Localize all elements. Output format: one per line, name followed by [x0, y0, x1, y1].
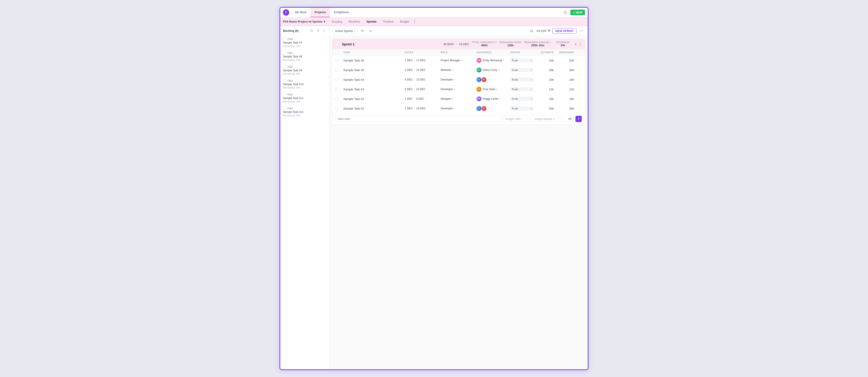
tab-workflow[interactable]: Workflow: [346, 19, 363, 24]
assignee-dropdown-icon[interactable]: ▾: [498, 69, 499, 71]
row-star-icon[interactable]: ☆: [580, 88, 582, 91]
task-star-icon[interactable]: ☆: [324, 37, 327, 41]
assign-people-select[interactable]: Assign people ▾: [532, 115, 558, 122]
table-row: Sample Task #2 1 DEC - 6 DEC Designer ▾ …: [332, 94, 585, 104]
task-star-icon[interactable]: ☆: [324, 93, 327, 96]
task-checkbox[interactable]: [283, 107, 286, 110]
col-estimate: ESTIMATE: [536, 49, 556, 56]
task-checkbox[interactable]: [283, 38, 286, 40]
assignee-name: Arthur Curry: [483, 68, 497, 72]
task-star-icon[interactable]: ☆: [324, 65, 327, 68]
row-checkbox-cell: [332, 75, 341, 84]
search-tasks-button[interactable]: [529, 28, 535, 34]
new-task-input[interactable]: [336, 115, 501, 122]
assignee-group: A B ▾: [476, 106, 504, 111]
tab-projects[interactable]: Projects: [310, 8, 330, 17]
row-star-icon[interactable]: ☆: [580, 59, 582, 62]
sprint-more-button[interactable]: ⋮: [578, 42, 582, 46]
role-select[interactable]: Marketer ▾: [440, 68, 471, 72]
filter-button[interactable]: FILTER: [537, 29, 551, 33]
new-button[interactable]: + NEW: [570, 10, 585, 15]
row-checkbox[interactable]: [335, 107, 338, 110]
global-search-button[interactable]: [562, 9, 568, 16]
sidebar-filter-button[interactable]: [315, 28, 320, 33]
sidebar-task-item: T560 ☆ Sample Task 7# Remaining: 10h: [280, 36, 329, 49]
row-star-icon[interactable]: ☆: [580, 107, 582, 110]
task-link[interactable]: Sample Task #2: [343, 97, 364, 101]
status-select[interactable]: To-do ▾: [510, 97, 534, 101]
export-button[interactable]: [368, 28, 374, 34]
avatar-1: A: [476, 106, 482, 111]
tab-budget[interactable]: Budget: [397, 19, 412, 24]
row-star-icon[interactable]: ☆: [580, 97, 582, 101]
new-sprint-button[interactable]: NEW SPRINT: [552, 28, 577, 34]
sidebar-task-header: T564 ☆: [283, 93, 327, 96]
tab-emily-demo[interactable]: EmilyDemo: [330, 8, 353, 17]
task-star-icon[interactable]: ☆: [324, 79, 327, 82]
status-select[interactable]: To-do ▾: [510, 106, 534, 110]
task-star-icon[interactable]: ☆: [324, 107, 327, 110]
role-select[interactable]: Designer ▾: [440, 97, 471, 100]
visibility-toggle-button[interactable]: [360, 28, 366, 34]
task-id: T565: [287, 107, 293, 110]
row-checkbox[interactable]: [335, 78, 338, 81]
date-start: 1 DEC: [405, 97, 412, 100]
task-star-icon[interactable]: ☆: [324, 51, 327, 55]
assignee-dropdown-icon[interactable]: ▾: [489, 107, 490, 110]
date-end: 13 DEC: [416, 78, 426, 81]
role-select[interactable]: Developer ▾: [440, 107, 471, 110]
task-id: T560: [287, 38, 293, 40]
assignee-dropdown-icon[interactable]: ▾: [496, 88, 497, 91]
status-label: To-do: [512, 98, 518, 100]
task-link[interactable]: Sample Task #3: [343, 88, 364, 91]
tab-scoping[interactable]: Scoping: [329, 19, 345, 24]
row-checkbox[interactable]: [335, 98, 338, 100]
row-star-cell: ☆: [577, 84, 585, 94]
role-select[interactable]: Developer ▾: [440, 78, 471, 81]
assign-role-select[interactable]: Assign role ▾: [503, 115, 530, 122]
sprint-filter-select[interactable]: Active Sprints ▾: [333, 28, 358, 34]
task-link[interactable]: Sample Task #5: [343, 68, 364, 72]
sidebar-collapse-button[interactable]: [322, 28, 327, 33]
status-select[interactable]: To-do ▾: [510, 78, 534, 81]
add-row-button[interactable]: +: [576, 116, 582, 122]
sprint-dates: 30 NOV - 13 DEC: [443, 42, 469, 46]
assignee-dropdown-icon[interactable]: ▾: [499, 98, 500, 100]
sprint-collapse-button[interactable]: ∧: [575, 42, 577, 46]
sprint-stat-remaining-work: REMAINING WORK 128h: [499, 41, 522, 47]
row-task-name: Sample Task #3: [341, 84, 402, 94]
remaining-value: 20h: [569, 59, 574, 62]
hours-input[interactable]: [560, 115, 574, 122]
row-checkbox[interactable]: [335, 59, 338, 62]
task-checkbox[interactable]: [283, 79, 286, 82]
role-select[interactable]: Project Manager ▾: [440, 59, 471, 62]
status-select[interactable]: To-do ▾: [510, 68, 534, 72]
task-link[interactable]: Sample Task #1: [343, 107, 364, 110]
tab-sprints[interactable]: Sprints: [364, 19, 379, 24]
task-checkbox[interactable]: [283, 52, 286, 54]
status-dropdown-icon: ▾: [531, 59, 532, 62]
sidebar-task-header: T563 ☆: [283, 79, 327, 82]
project-nav-more-button[interactable]: ⋮: [413, 20, 416, 24]
row-role: Designer ▾: [438, 94, 474, 104]
task-checkbox[interactable]: [283, 65, 286, 68]
sidebar-search-button[interactable]: [309, 28, 314, 33]
status-select[interactable]: To-do ▾: [510, 58, 534, 62]
status-select[interactable]: To-do ▾: [510, 87, 534, 91]
task-link[interactable]: Sample Task #6: [343, 59, 364, 62]
row-checkbox[interactable]: [335, 69, 338, 72]
collapse-all-button[interactable]: [578, 28, 585, 34]
task-name: Sample Task #8: [283, 55, 327, 58]
project-name[interactable]: P34 Demo Project w/ Sprints ▾: [283, 20, 325, 23]
row-star-icon[interactable]: ☆: [580, 78, 582, 81]
assignee-dropdown-icon[interactable]: ▾: [489, 78, 490, 81]
task-checkbox[interactable]: [283, 93, 286, 96]
task-link[interactable]: Sample Task #4: [343, 78, 364, 81]
role-select[interactable]: Developer ▾: [440, 88, 471, 91]
tab-timeline[interactable]: Timeline: [380, 19, 396, 24]
sprint-checkbox[interactable]: [336, 43, 338, 46]
assignee-dropdown-icon[interactable]: ▾: [503, 59, 504, 62]
row-checkbox[interactable]: [335, 88, 338, 91]
tab-my-work[interactable]: My Work: [291, 8, 310, 17]
row-star-icon[interactable]: ☆: [580, 68, 582, 72]
